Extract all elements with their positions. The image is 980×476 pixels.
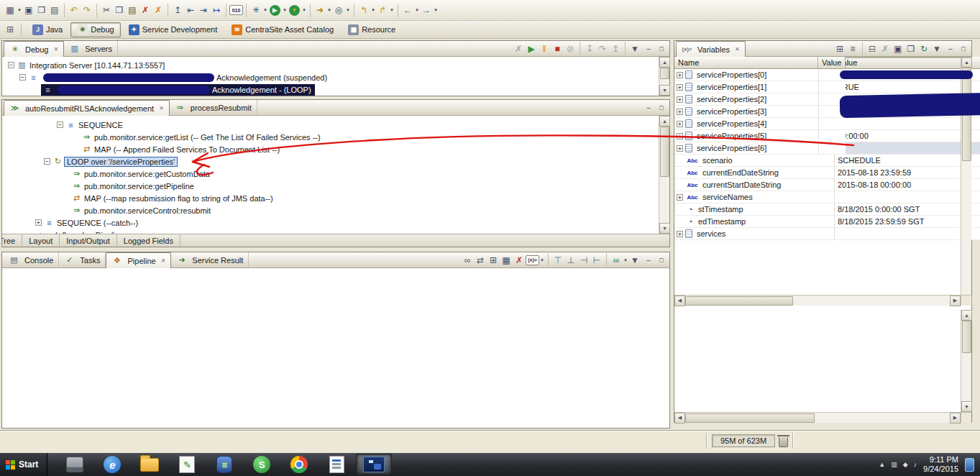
hidden-icons-arrow[interactable]: ▲ — [879, 461, 885, 468]
flow-step-row[interactable]: +≡SEQUENCE (--catch--) — [2, 216, 321, 229]
close-autoresubmitrlsacknowledgement-tab[interactable]: ✕ — [159, 105, 164, 111]
scroll-down-button[interactable]: ▼ — [961, 401, 972, 412]
table-view-icon[interactable]: ▦ — [500, 254, 513, 267]
show-type-names-icon[interactable]: ⊞ — [833, 42, 846, 55]
editor-tab-processresubmit[interactable]: ⇒processResubmit — [170, 100, 257, 115]
open-element-icon[interactable]: ➜ — [313, 4, 326, 17]
debug-view-menu-icon[interactable]: ▼ — [628, 42, 641, 55]
scrollbar-thumb[interactable] — [962, 321, 971, 353]
run-service-icon[interactable]: + — [289, 5, 300, 16]
suspend-icon[interactable]: ‖ — [538, 42, 551, 55]
undo-icon[interactable]: ↶ — [68, 4, 81, 17]
variable-row[interactable]: ◔stTimestamp8/18/2015 0:00:00 SGT — [674, 203, 980, 216]
editor-mode-tab-input-output[interactable]: Input/Output — [60, 234, 117, 247]
editor-scrollbar[interactable]: ▲ ▼ — [659, 116, 669, 234]
taskbar-clock[interactable]: 9:11 PM 9/24/2015 — [923, 455, 958, 474]
close-debug-tab[interactable]: ✕ — [53, 46, 58, 52]
flow-step-row[interactable]: ⇒pub.monitor.service:getList (-- Get The… — [2, 131, 321, 143]
document-app-icon-button[interactable] — [319, 454, 354, 475]
add-variable-icon[interactable]: ⊞ — [487, 254, 500, 267]
variable-row[interactable]: AbccurrentEndDateString2015-08-18 23:59:… — [674, 167, 980, 179]
align-top-icon[interactable]: ⊤ — [551, 254, 564, 267]
panel-tab-console[interactable]: ▤Console — [4, 252, 59, 267]
expand-box[interactable]: + — [677, 109, 683, 115]
panel-tab-tasks[interactable]: ✓Tasks — [59, 252, 106, 267]
editor-mode-tab-tree[interactable]: Tree — [2, 234, 22, 247]
new-wizard-icon[interactable]: ▦ — [4, 4, 17, 17]
tray-window-icon[interactable] — [965, 458, 974, 472]
browser-app-icon-button[interactable]: e — [94, 454, 130, 475]
perspective-service-development[interactable]: ✦Service Development — [122, 22, 224, 37]
remove-all-icon[interactable]: ✗ — [152, 4, 165, 17]
open-element-icon-menu[interactable]: ▾ — [326, 7, 332, 13]
align-left-icon[interactable]: ⊣ — [577, 254, 590, 267]
step-over-icon[interactable]: ↷ — [596, 42, 609, 55]
tab-variables[interactable]: (x)= Variables ✕ — [676, 41, 746, 57]
shift-left-icon[interactable]: ⇤ — [184, 4, 197, 17]
variable-row[interactable]: ◔edTimestamp8/18/2015 23:59:59 SGT — [674, 216, 980, 228]
collapse-box[interactable]: − — [57, 122, 63, 128]
debug-tree-row[interactable]: ≡Acknowledgement - (LOOP) — [2, 83, 327, 96]
service-property-row[interactable]: +serviceProperties[1] — [674, 81, 846, 93]
step-return-icon[interactable]: ↥ — [609, 42, 622, 55]
flow-step-row[interactable]: ⇒pub.monitor.serviceControl:resubmit — [2, 204, 321, 216]
expand-box[interactable]: + — [677, 133, 683, 139]
paste-icon[interactable]: ▤ — [126, 4, 139, 17]
variable-row[interactable]: +AbcserviceNames — [674, 191, 980, 203]
shift-right-icon[interactable]: ⇥ — [197, 4, 210, 17]
chrome-app-icon-button[interactable] — [281, 454, 317, 475]
scroll-up-button[interactable]: ▲ — [659, 57, 670, 68]
tray-flag-icon[interactable]: ◆ — [903, 461, 908, 468]
scrollbar-thumb[interactable] — [685, 296, 793, 306]
perspective-centrasite-asset-catalog[interactable]: ≋CentraSite Asset Catalog — [225, 22, 340, 37]
copy-icon[interactable]: ❒ — [113, 4, 126, 17]
panel-tab-pipeline[interactable]: ❖Pipeline✕ — [106, 252, 171, 268]
scroll-up-button[interactable]: ▲ — [961, 310, 972, 321]
service-property-row[interactable]: +serviceProperties[2] — [674, 93, 846, 106]
variable-row[interactable]: AbccurrentStartDateString2015-08-18 00:0… — [674, 179, 980, 191]
expand-box[interactable]: + — [677, 84, 683, 91]
folder-app-icon-button[interactable] — [132, 454, 168, 475]
link-pipeline-icon[interactable]: ∞ — [461, 254, 474, 267]
align-right-icon[interactable]: ⊢ — [590, 254, 603, 267]
scrollbar-thumb[interactable] — [660, 127, 669, 177]
text-editor-app-icon-button[interactable]: ✎ — [169, 454, 205, 475]
collapse-box[interactable]: − — [8, 62, 14, 68]
flow-step-row[interactable]: ⇒pub.monitor.service:getPipeline — [2, 180, 321, 192]
column-header-name[interactable]: Name — [674, 57, 818, 68]
scroll-down-button[interactable]: ▼ — [659, 85, 670, 96]
scroll-right-button[interactable]: ▶ — [950, 296, 961, 306]
detail-hscrollbar[interactable]: ◀ ▶ — [674, 412, 961, 423]
flow-step-row[interactable]: −≡SEQUENCE — [2, 119, 321, 131]
collapse-box[interactable]: − — [19, 74, 26, 81]
debug-config-icon-menu[interactable]: ▾ — [262, 7, 268, 13]
refresh-icon[interactable]: ↻ — [917, 42, 930, 55]
tray-volume-icon[interactable]: ♪ — [914, 461, 917, 468]
close-variables-tab[interactable]: ✕ — [735, 46, 740, 52]
previous-edit-icon[interactable]: ↰ — [357, 4, 370, 17]
redo-icon[interactable]: ↷ — [81, 4, 93, 17]
start-button[interactable]: Start — [0, 453, 47, 476]
forward-icon-menu[interactable]: ▾ — [433, 7, 439, 13]
collapse-box[interactable]: − — [44, 158, 50, 165]
align-bottom-icon[interactable]: ⊥ — [564, 254, 577, 267]
expand-box[interactable]: + — [35, 219, 42, 226]
debug-tab-debug[interactable]: ✳Debug✕ — [4, 41, 64, 57]
variables-view-menu-icon[interactable]: ▼ — [930, 42, 943, 55]
debug-tab-servers[interactable]: ▥Servers — [64, 41, 118, 56]
scroll-left-button[interactable]: ◀ — [674, 296, 685, 306]
minimize-view-button[interactable]: – — [643, 103, 654, 113]
flow-step-row[interactable]: ⇄MAP (-- Append Failed Services To Docum… — [2, 143, 321, 155]
perspective-debug[interactable]: ✳Debug — [70, 22, 120, 37]
previous-edit-icon-menu[interactable]: ▾ — [370, 7, 376, 13]
expand-box[interactable]: + — [677, 96, 683, 103]
debug-config-icon[interactable]: ✳ — [249, 4, 262, 17]
expand-box[interactable]: + — [677, 145, 683, 152]
scroll-right-button[interactable]: ▶ — [950, 413, 961, 424]
service-property-row[interactable]: +serviceProperties[4] — [674, 118, 846, 130]
variables-hscrollbar[interactable]: ◀ ▶ — [674, 295, 961, 306]
link-all-icon[interactable]: ∞ — [610, 254, 623, 267]
column-header-value[interactable]: Value — [818, 57, 846, 68]
editor-tab-autoresubmitrlsacknowledgement[interactable]: ≫autoResubmitRLSAcknowledgement✕ — [4, 100, 170, 116]
perspective-java[interactable]: JJava — [26, 22, 69, 37]
